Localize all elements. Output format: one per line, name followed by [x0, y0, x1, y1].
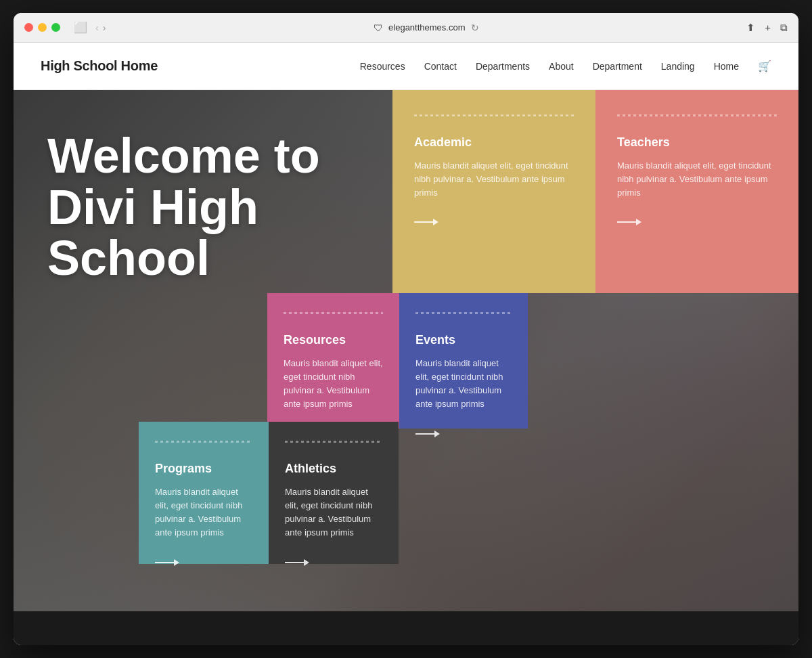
resources-card-text: Mauris blandit aliquet elit, eget tincid…: [284, 357, 383, 412]
programs-arrow-head: [174, 559, 179, 566]
academic-arrow-head: [433, 219, 438, 225]
traffic-lights: [24, 23, 60, 32]
card-programs[interactable]: Programs Mauris blandit aliquet elit, eg…: [139, 422, 269, 564]
teachers-arrow-head: [636, 219, 641, 225]
nav-departments[interactable]: Departments: [476, 61, 530, 72]
sidebar-toggle-icon[interactable]: ⬜: [74, 21, 87, 34]
card-athletics[interactable]: Athletics Mauris blandit aliquet elit, e…: [269, 422, 399, 564]
card-row-1: Academic Mauris blandit aliquet elit, eg…: [392, 90, 798, 293]
traffic-light-green[interactable]: [51, 23, 60, 32]
hero-section: Welcome to Divi High School Academic Mau…: [14, 90, 798, 645]
academic-card-text: Mauris blandit aliquet elit, eget tincid…: [414, 159, 574, 200]
card-row-2: Resources Mauris blandit aliquet elit, e…: [267, 293, 798, 429]
teachers-card-title: Teachers: [617, 135, 777, 150]
nav-department[interactable]: Department: [593, 61, 642, 72]
programs-card-title: Programs: [155, 462, 252, 476]
hero-title: Welcome to Divi High School: [47, 131, 399, 284]
card-grid: Academic Mauris blandit aliquet elit, eg…: [392, 90, 798, 645]
nav-contact[interactable]: Contact: [424, 61, 457, 72]
forward-button[interactable]: ›: [103, 22, 106, 33]
reload-icon[interactable]: ↻: [471, 22, 479, 33]
browser-action-buttons: ⬆ + ⧉: [746, 22, 788, 34]
browser-window: ⬜ ‹ › 🛡 elegantthemes.com ↻ ⬆ + ⧉ High S…: [14, 13, 798, 645]
traffic-light-red[interactable]: [24, 23, 33, 32]
card-resources[interactable]: Resources Mauris blandit aliquet elit, e…: [267, 293, 399, 429]
athletics-card-arrow[interactable]: [285, 559, 309, 566]
hero-footer: [14, 611, 798, 645]
address-bar: 🛡 elegantthemes.com ↻: [114, 22, 738, 33]
site-logo[interactable]: High School Home: [41, 58, 158, 74]
nav-about[interactable]: About: [549, 61, 574, 72]
teachers-card-text: Mauris blandit aliquet elit, eget tincid…: [617, 159, 777, 200]
tabs-icon[interactable]: ⧉: [780, 22, 788, 34]
card-row-3: Programs Mauris blandit aliquet elit, eg…: [139, 422, 660, 564]
security-icon: 🛡: [374, 22, 383, 33]
programs-card-text: Mauris blandit aliquet elit, eget tincid…: [155, 485, 252, 540]
traffic-light-yellow[interactable]: [38, 23, 47, 32]
nav-resources[interactable]: Resources: [360, 61, 405, 72]
programs-card-arrow[interactable]: [155, 559, 179, 566]
new-tab-icon[interactable]: +: [765, 22, 771, 34]
url-display[interactable]: elegantthemes.com: [388, 22, 465, 32]
browser-nav-buttons: ‹ ›: [95, 22, 106, 33]
athletics-card-text: Mauris blandit aliquet elit, eget tincid…: [285, 485, 382, 540]
back-button[interactable]: ‹: [95, 22, 99, 33]
academic-card-title: Academic: [414, 135, 574, 150]
cart-icon[interactable]: 🛒: [758, 60, 771, 72]
nav-home[interactable]: Home: [714, 61, 739, 72]
card-academic[interactable]: Academic Mauris blandit aliquet elit, eg…: [392, 90, 595, 293]
share-icon[interactable]: ⬆: [746, 22, 755, 34]
events-card-title: Events: [415, 333, 512, 347]
card-events[interactable]: Events Mauris blandit aliquet elit, eget…: [399, 293, 528, 429]
hero-text-block: Welcome to Divi High School: [47, 131, 399, 284]
teachers-card-arrow[interactable]: [617, 219, 641, 225]
academic-card-arrow[interactable]: [414, 219, 438, 225]
athletics-card-title: Athletics: [285, 462, 382, 476]
browser-chrome: ⬜ ‹ › 🛡 elegantthemes.com ↻ ⬆ + ⧉: [14, 13, 798, 43]
events-card-text: Mauris blandit aliquet elit, eget tincid…: [415, 357, 512, 412]
nav-landing[interactable]: Landing: [661, 61, 695, 72]
site-header: High School Home Resources Contact Depar…: [14, 43, 798, 90]
card-teachers[interactable]: Teachers Mauris blandit aliquet elit, eg…: [595, 90, 798, 293]
site-navigation: Resources Contact Departments About Depa…: [360, 60, 771, 72]
resources-card-title: Resources: [284, 333, 383, 347]
athletics-arrow-head: [304, 559, 309, 566]
